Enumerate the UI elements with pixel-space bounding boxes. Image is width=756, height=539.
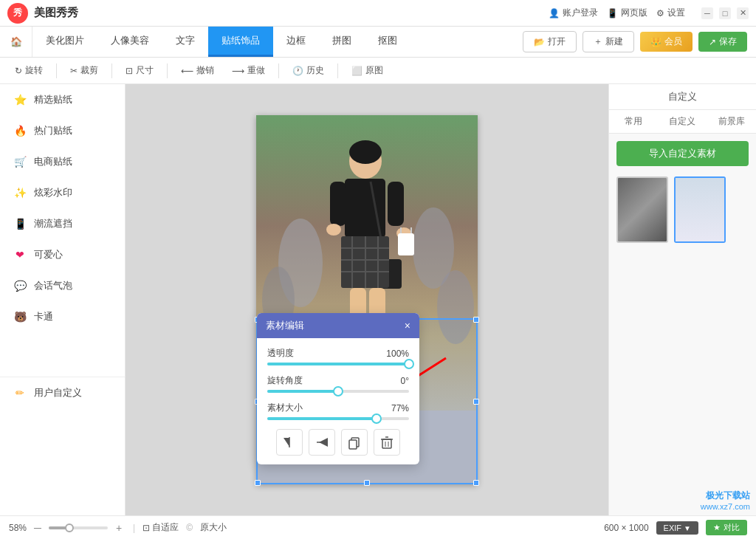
opacity-slider-thumb[interactable] [404,359,414,369]
material-editor-close[interactable]: × [405,320,410,332]
handle-middle-right[interactable] [473,399,479,405]
rotate-tool[interactable]: ↻ 旋转 [7,61,50,80]
handle-top-right[interactable] [473,317,479,323]
rotation-slider-thumb[interactable] [333,386,343,396]
copyright-circle: © [186,523,193,533]
sidebar-item-selected[interactable]: ⭐ 精选贴纸 [0,84,125,115]
tab-cutout[interactable]: 抠图 [365,27,410,57]
canvas-area[interactable]: 素材编辑 × 透明度 100% [126,84,608,515]
crown-icon: 👑 [650,37,662,47]
opacity-slider[interactable] [267,363,409,365]
rotation-slider-track [267,390,338,393]
rp-tab-cloud[interactable]: 前景库 [707,110,756,133]
exif-button[interactable]: EXIF ▼ [656,521,698,535]
thumbnail-2[interactable] [674,176,726,243]
tab-beautify[interactable]: 美化图片 [32,27,97,57]
opacity-slider-track [267,363,409,365]
zoom-slider[interactable] [49,526,108,529]
zoom-minus-button[interactable]: ─ [31,521,44,535]
rp-tab-common[interactable]: 常用 [609,110,658,133]
size-row: 素材大小 77% [267,402,409,420]
web-btn[interactable]: 📱 网页版 [607,7,647,19]
watermark-logo: 极光下载站 [701,490,750,502]
sidebar-item-bubble[interactable]: 💬 会话气泡 [0,270,125,301]
material-editor-header: 素材编辑 × [257,313,419,338]
crop-tool[interactable]: ✂ 裁剪 [63,61,106,80]
open-button[interactable]: 📂 打开 [523,31,577,52]
maximize-button[interactable]: □ [719,7,731,19]
original-icon: ⬜ [351,66,362,76]
rp-tab-custom[interactable]: 自定义 [658,110,707,133]
tab-collage[interactable]: 拼图 [319,27,365,57]
flip-vertical-button[interactable] [309,429,335,456]
import-custom-button[interactable]: 导入自定义素材 [616,141,749,166]
top-nav: 🏠 美化图片 人像美容 文字 贴纸饰品 边框 拼图 抠图 📂 打开 ＋ 新建 👑… [0,27,756,58]
material-editor-title: 素材编辑 [266,319,304,332]
account-btn[interactable]: 👤 账户登录 [549,7,598,19]
nav-right-actions: 📂 打开 ＋ 新建 👑 会员 ↗ 保存 [523,27,756,57]
title-bar-right: 👤 账户登录 📱 网页版 ⚙ 设置 ─ □ ✕ [549,7,749,19]
glitter-sticker-icon: ✨ [12,185,28,201]
crop-icon: ✂ [70,66,78,76]
history-tool[interactable]: 🕐 历史 [285,61,331,80]
redo-icon: ⟶ [232,66,244,76]
tab-text[interactable]: 文字 [162,27,208,57]
nav-home-btn[interactable]: 🏠 [0,27,32,57]
rotation-slider[interactable] [267,390,409,393]
copy-button[interactable] [341,429,368,456]
minimize-button[interactable]: ─ [701,7,713,19]
sidebar-item-cute[interactable]: ❤ 可爱心 [0,239,125,270]
sidebar-item-cartoon[interactable]: 🐻 卡通 [0,301,125,332]
rotate-icon: ↻ [15,66,22,76]
size-slider[interactable] [267,417,409,420]
rotation-row: 旋转角度 0° [267,374,409,393]
handle-bottom-middle[interactable] [364,480,370,486]
tab-sticker[interactable]: 贴纸饰品 [208,27,273,57]
status-bar: 58% ─ + | ⊡ 自适应 © 原大小 600 × 1000 EXIF ▼ … [0,515,756,539]
copy-icon [347,435,362,450]
svg-rect-38 [382,439,391,448]
new-button[interactable]: ＋ 新建 [583,31,634,52]
thumbnail-2-image [676,178,724,241]
delete-button[interactable] [374,429,400,456]
size-label: 素材大小 [267,402,303,414]
undo-tool[interactable]: ⟵ 撤销 [173,61,221,80]
close-button[interactable]: ✕ [737,7,749,19]
original-tool[interactable]: ⬜ 原图 [344,61,391,80]
sidebar-item-glitter[interactable]: ✨ 炫彩水印 [0,177,125,208]
zoom-slider-thumb[interactable] [65,523,74,532]
svg-rect-28 [398,233,414,255]
thumbnail-1-image [618,178,667,241]
tab-border[interactable]: 边框 [273,27,319,57]
toolbar-divider-1 [56,63,57,78]
cute-sticker-icon: ❤ [12,247,28,263]
sidebar-item-ecommerce[interactable]: 🛒 电商贴纸 [0,146,125,177]
thumbnail-1[interactable] [616,176,668,243]
resize-tool[interactable]: ⊡ 尺寸 [118,61,161,80]
handle-bottom-left[interactable] [255,480,261,486]
account-icon: 👤 [549,8,560,18]
opacity-label: 透明度 [267,347,294,360]
sidebar-item-fashion[interactable]: 📱 潮流遮挡 [0,208,125,239]
tab-portrait[interactable]: 人像美容 [97,27,162,57]
history-icon: 🕐 [292,66,303,76]
flip-horizontal-button[interactable] [276,429,303,456]
web-icon: 📱 [607,8,618,18]
redo-tool[interactable]: ⟶ 重做 [224,61,272,80]
size-slider-thumb[interactable] [371,413,382,424]
image-dimensions: 600 × 1000 [604,523,648,533]
sidebar-item-user-custom[interactable]: ✏ 用户自定义 [0,377,125,408]
settings-btn[interactable]: ⚙ 设置 [656,7,685,19]
save-button[interactable]: ↗ 保存 [698,32,747,52]
zoom-plus-button[interactable]: + [112,521,126,535]
handle-bottom-right[interactable] [473,480,479,486]
sidebar-item-hot[interactable]: 🔥 热门贴纸 [0,115,125,146]
cartoon-sticker-icon: 🐻 [12,309,28,325]
adapt-button[interactable]: ⊡ 自适应 [142,521,179,534]
zoom-slider-fill [49,526,66,529]
original-size-button[interactable]: 原大小 [200,521,227,534]
vip-button[interactable]: 👑 会员 [640,32,693,52]
rotation-label: 旋转角度 [267,374,303,387]
contrast-button[interactable]: ★ 对比 [706,520,747,535]
rotation-value: 0° [401,376,409,386]
